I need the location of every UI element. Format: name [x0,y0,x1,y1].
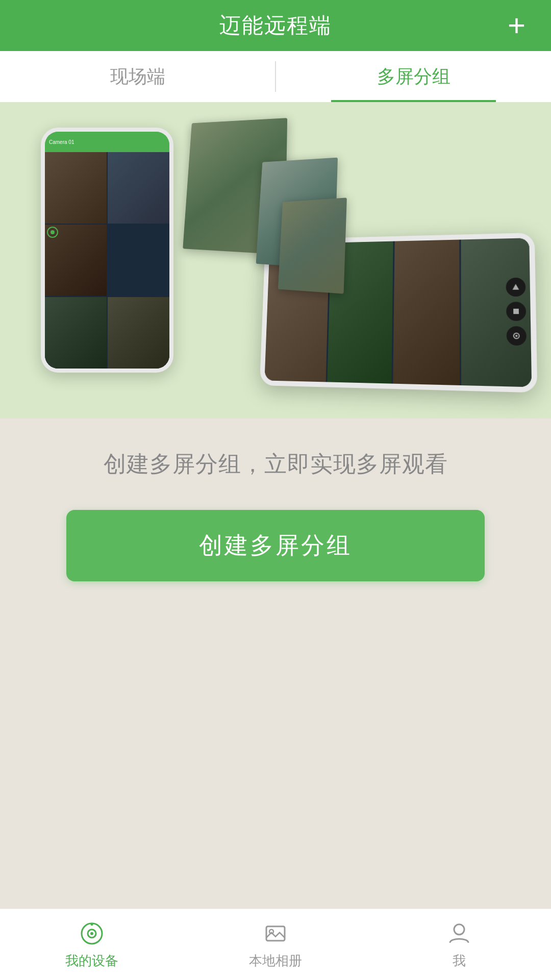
svg-point-9 [91,923,93,926]
floating-panels [153,117,347,403]
tab-local[interactable]: 现场端 [0,51,275,102]
nav-label-my-devices: 我的设备 [65,952,118,970]
promo-text: 创建多屏分组，立即实现多屏观看 [104,449,448,479]
person-icon [445,919,473,948]
create-button-label: 创建多屏分组 [199,530,352,561]
svg-rect-3 [513,309,519,314]
svg-marker-2 [512,284,519,289]
svg-point-12 [454,924,464,935]
svg-point-5 [515,335,517,337]
camera-cell [45,297,107,369]
nav-label-me: 我 [453,952,466,970]
camera-cell [45,152,107,224]
hero-banner: Camera 01 [0,102,551,419]
svg-point-1 [51,230,55,234]
nav-label-local-album: 本地相册 [249,952,302,970]
app-title: 迈能远程端 [219,11,332,40]
h-camera-cell [393,239,460,385]
svg-point-8 [90,932,93,935]
album-icon [261,919,290,948]
phone-scene: Camera 01 [0,102,551,419]
device-icon [78,919,106,948]
svg-rect-10 [266,926,285,941]
tab-multiscreen[interactable]: 多屏分组 [276,51,551,102]
create-multiscreen-button[interactable]: 创建多屏分组 [66,510,485,581]
camera-cell [45,225,107,296]
add-button[interactable]: + [508,10,525,41]
bottom-navigation: 我的设备 本地相册 我 [0,909,551,980]
nav-item-me[interactable]: 我 [367,919,551,970]
tab-bar: 现场端 多屏分组 [0,51,551,102]
nav-item-local-album[interactable]: 本地相册 [184,919,367,970]
floating-panel-3 [278,198,347,293]
nav-item-my-devices[interactable]: 我的设备 [0,919,184,970]
main-content: 创建多屏分组，立即实现多屏观看 创建多屏分组 [0,419,551,909]
app-header: 迈能远程端 + [0,0,551,51]
